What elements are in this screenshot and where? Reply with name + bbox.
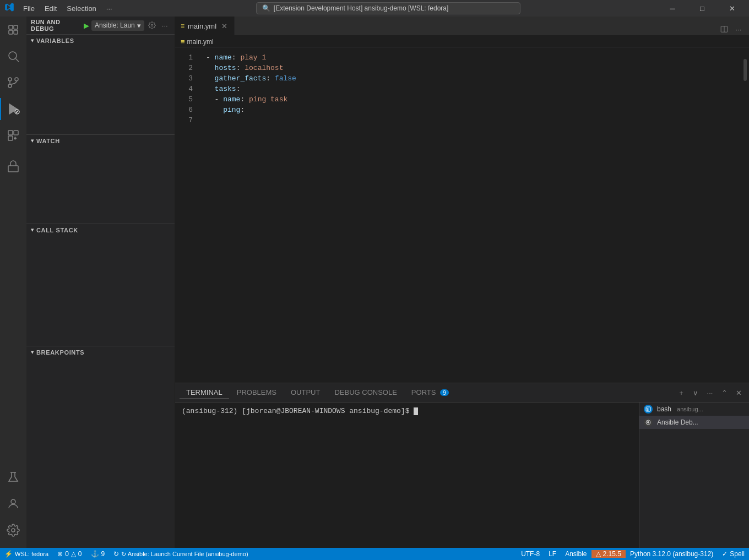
terminal-maximize-button[interactable]: ⌃	[718, 387, 730, 399]
status-line-ending[interactable]: LF	[544, 550, 561, 558]
activity-item-search[interactable]	[0, 43, 26, 69]
activity-item-settings[interactable]	[0, 517, 26, 543]
menu-edit[interactable]: Edit	[40, 3, 61, 14]
python-label: Python 3.12.0 (ansibug-312)	[630, 550, 713, 558]
terminal-tab-actions: + ∨ ··· ⌃ ✕	[675, 387, 745, 399]
terminal-tab-output[interactable]: OUTPUT	[284, 386, 327, 399]
status-python[interactable]: Python 3.12.0 (ansibug-312)	[626, 550, 718, 558]
breadcrumb-item[interactable]: main.yml	[187, 38, 214, 46]
status-language[interactable]: Ansible	[561, 550, 591, 558]
debug-status: ↻ Ansible: Launch Current File (ansibug-…	[121, 551, 248, 558]
breakpoints-section: ▾ BREAKPOINTS	[26, 346, 175, 358]
status-debug[interactable]: ↻ ↻ Ansible: Launch Current File (ansibu…	[109, 548, 252, 560]
activity-item-remote[interactable]	[0, 153, 26, 180]
status-spell[interactable]: ✓ Spell	[718, 550, 749, 558]
terminal-panel-item-ansible-debug[interactable]: Ansible Deb...	[639, 416, 749, 429]
status-encoding[interactable]: UTF-8	[517, 550, 544, 558]
dropdown-icon: ▾	[137, 21, 141, 30]
status-ports[interactable]: ⚓ 9	[86, 548, 110, 560]
debug-more-button[interactable]: ···	[159, 19, 170, 31]
call-stack-content	[26, 236, 175, 346]
split-editor-button[interactable]	[718, 23, 730, 35]
search-icon: 🔍	[262, 4, 270, 12]
more-editor-button[interactable]: ···	[732, 23, 745, 35]
titlebar: File Edit Selection ··· 🔍 [Extension Dev…	[0, 0, 749, 17]
watch-header[interactable]: ▾ WATCH	[26, 135, 175, 146]
activity-item-accounts[interactable]	[0, 491, 26, 517]
svg-rect-16	[8, 166, 18, 172]
editor-scrollbar[interactable]	[741, 48, 749, 383]
code-line-6: ping:	[206, 105, 741, 115]
debug-settings-button[interactable]	[146, 19, 158, 31]
spell-label: Spell	[730, 550, 745, 558]
terminal-content[interactable]: (ansibug-312) [jborean@JBOREAN-WINDOWS a…	[175, 403, 639, 548]
debug-config-selector[interactable]: Ansible: Laun ▾	[91, 20, 144, 31]
terminal-more-button[interactable]: ···	[704, 387, 716, 399]
status-wsl[interactable]: ⚡ WSL: fedora	[0, 548, 53, 560]
terminal-dropdown-button[interactable]: ∨	[690, 387, 702, 399]
terminal-tabs: TERMINAL PROBLEMS OUTPUT DEBUG CONSOLE P…	[175, 383, 749, 403]
variables-title: VARIABLES	[36, 37, 74, 44]
menu-selection[interactable]: Selection	[62, 3, 100, 14]
terminal-body: (ansibug-312) [jborean@JBOREAN-WINDOWS a…	[175, 403, 749, 548]
debug-play-button[interactable]: ▶	[84, 21, 89, 30]
activity-bar	[0, 17, 26, 548]
code-content[interactable]: - name: play 1 hosts: localhost gather_f…	[202, 48, 741, 383]
activity-item-extensions[interactable]	[0, 122, 26, 149]
ports-count: 9	[101, 550, 105, 558]
search-box[interactable]: 🔍 [Extension Development Host] ansibug-d…	[256, 2, 520, 14]
call-stack-header[interactable]: ▾ CALL STACK	[26, 224, 175, 236]
minimize-button[interactable]: ─	[660, 0, 685, 17]
status-ansible-version[interactable]: △ 2.15.5	[591, 550, 626, 558]
svg-line-5	[16, 59, 19, 62]
debug-config-text: Ansible: Laun	[95, 21, 135, 29]
breakpoints-header[interactable]: ▾ BREAKPOINTS	[26, 346, 175, 358]
code-editor[interactable]: 1 2 3 4 5 6 7 - name: play 1 hosts: loca…	[175, 48, 749, 383]
new-terminal-button[interactable]: +	[675, 387, 687, 399]
tab-main-yml[interactable]: ≡ main.yml ✕	[175, 17, 235, 35]
tab-close-button[interactable]: ✕	[220, 21, 229, 30]
main-area: RUN AND DEBUG ▶ Ansible: Laun ▾ ··· ▾ VA…	[0, 17, 749, 548]
variables-header[interactable]: ▾ VARIABLES	[26, 35, 175, 46]
ansible-warning-icon: △	[596, 550, 601, 558]
svg-rect-15	[8, 136, 13, 140]
code-line-2: hosts: localhost	[206, 63, 741, 73]
code-line-1: - name: play 1	[206, 52, 741, 63]
debug-icon: ↻	[113, 550, 119, 558]
editor-area: ≡ main.yml ✕ ··· ≡ main.yml 1	[175, 17, 749, 548]
activity-item-flask[interactable]	[0, 464, 26, 491]
watch-chevron-icon: ▾	[31, 137, 34, 144]
code-line-4: tasks:	[206, 84, 741, 94]
window-controls: ─ □ ✕	[660, 0, 745, 17]
line-numbers: 1 2 3 4 5 6 7	[175, 48, 202, 383]
svg-point-26	[647, 421, 649, 423]
yaml-file-icon: ≡	[181, 22, 184, 30]
activity-item-run-debug[interactable]	[0, 96, 26, 122]
activity-item-source-control[interactable]	[0, 69, 26, 96]
terminal-tab-terminal[interactable]: TERMINAL	[180, 386, 229, 399]
titlebar-menu: File Edit Selection ···	[19, 3, 117, 14]
maximize-button[interactable]: □	[690, 0, 715, 17]
call-stack-section: ▾ CALL STACK	[26, 224, 175, 346]
svg-rect-3	[14, 30, 18, 34]
menu-more[interactable]: ···	[102, 3, 117, 14]
menu-file[interactable]: File	[19, 3, 39, 14]
terminal-panel-item-bash[interactable]: $ bash ansibug...	[639, 403, 749, 416]
status-errors[interactable]: ⊗ 0 △ 0	[53, 548, 86, 560]
vscode-logo	[4, 2, 14, 14]
close-button[interactable]: ✕	[719, 0, 745, 17]
variables-section: ▾ VARIABLES	[26, 35, 175, 134]
terminal-tab-debug-console[interactable]: DEBUG CONSOLE	[328, 386, 403, 399]
terminal-tab-problems[interactable]: PROBLEMS	[230, 386, 283, 399]
terminal-cursor	[414, 407, 418, 415]
terminal-close-button[interactable]: ✕	[732, 387, 745, 399]
editor-tabs: ≡ main.yml ✕ ···	[175, 17, 749, 36]
activity-item-explorer[interactable]	[0, 17, 26, 43]
terminal-tab-ports[interactable]: PORTS 9	[405, 386, 455, 399]
breadcrumb-file-icon: ≡	[181, 37, 185, 46]
svg-text:$: $	[647, 407, 649, 411]
code-line-3: gather_facts: false	[206, 73, 741, 84]
error-icon: ⊗	[57, 550, 63, 558]
language-label: Ansible	[565, 550, 587, 558]
warning-count: 0	[78, 550, 82, 558]
